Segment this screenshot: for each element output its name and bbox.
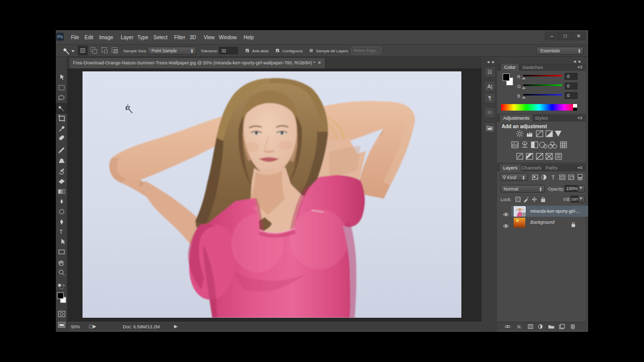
svg-text:fx.: fx. bbox=[517, 324, 522, 329]
svg-text:T: T bbox=[551, 174, 555, 180]
svg-text:T: T bbox=[59, 229, 63, 235]
